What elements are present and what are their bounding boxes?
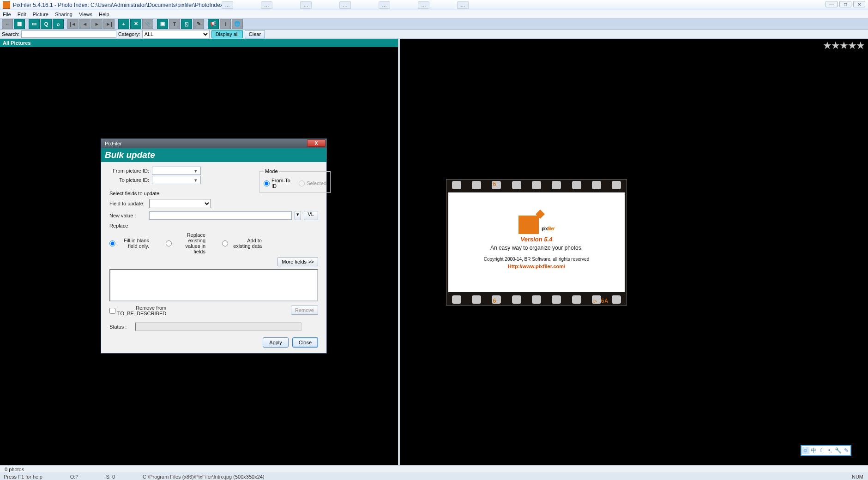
main-content: All Pictures PixFiler X Bulk update From… <box>0 39 868 474</box>
slideshow-icon[interactable]: ▭ <box>29 19 40 29</box>
search-input[interactable] <box>21 30 116 38</box>
status-path: C:\Program Files (x86)\PixFiler\Intro.jp… <box>143 474 264 480</box>
first-icon[interactable]: |◄ <box>67 19 78 29</box>
back-icon[interactable]: ← <box>2 19 13 29</box>
logo-text-pix: pix <box>542 226 548 231</box>
vl-button[interactable]: VL <box>304 211 318 220</box>
ime-lang-icon[interactable]: 中 <box>810 447 817 454</box>
ime-edit-icon[interactable]: ✎ <box>843 447 850 454</box>
status-bar: 0 photos <box>0 465 868 473</box>
field-to-update-label: Field to update: <box>109 201 146 206</box>
menu-picture[interactable]: Picture <box>33 12 48 17</box>
dialog-titlebar[interactable]: PixFiler X <box>101 139 326 148</box>
to-picture-combo[interactable] <box>152 176 201 184</box>
thumbnail-area[interactable]: PixFiler X Bulk update From picture ID: … <box>0 47 398 467</box>
remove-button[interactable]: Remove <box>291 306 318 315</box>
browser-tab[interactable]: … <box>261 1 272 9</box>
search-icon[interactable]: Q <box>41 19 52 29</box>
new-value-input[interactable] <box>149 211 292 220</box>
category-select[interactable]: ALL <box>142 30 210 38</box>
replace-existing-input[interactable] <box>166 240 172 246</box>
status-s: S: 0 <box>106 474 115 480</box>
maximize-button[interactable]: □ <box>839 1 851 7</box>
mode-from-to-input[interactable] <box>264 180 270 186</box>
clear-filter-button[interactable]: Clear <box>245 30 265 38</box>
chevron-down-icon[interactable]: ▾ <box>194 168 197 174</box>
globe-icon[interactable]: 🌐 <box>232 19 243 29</box>
announce-icon[interactable]: 📢 <box>208 19 219 29</box>
minimize-button[interactable]: — <box>826 1 838 7</box>
properties-icon[interactable]: ▣ <box>157 19 168 29</box>
ime-settings-icon[interactable]: 🔧 <box>834 447 842 454</box>
replace-existing-label: Replace existing values in fields <box>174 232 205 254</box>
chevron-down-icon[interactable]: ▾ <box>194 177 197 183</box>
replace-blank-input[interactable] <box>109 240 115 246</box>
replace-add-input[interactable] <box>222 240 228 246</box>
edit-icon[interactable]: ✎ <box>193 19 204 29</box>
mode-legend: Mode <box>264 168 279 174</box>
fields-textarea[interactable] <box>109 269 318 301</box>
remove-described-checkbox[interactable]: Remove from TO_BE_DESCRIBED <box>109 305 149 316</box>
new-value-label: New value : <box>109 213 146 218</box>
preview-pane: ★★★★★ 6 6 ▷ 6A pixfiler Version 5.4 <box>400 39 868 474</box>
browser-tab[interactable]: … <box>300 1 312 9</box>
splash-version: Version 5.4 <box>521 236 553 243</box>
attach-icon[interactable]: 📎 <box>142 19 153 29</box>
film-mark-bottom: 6 <box>493 297 496 304</box>
ime-tray[interactable]: ☺ 中 ☾ •, 🔧 ✎ <box>801 445 851 456</box>
dialog-close-button[interactable]: X <box>307 139 326 147</box>
add-icon[interactable]: + <box>118 19 129 29</box>
close-button[interactable]: Close <box>292 337 318 348</box>
new-value-dropdown-button[interactable]: ▾ <box>295 211 301 220</box>
prev-icon[interactable]: ◄ <box>79 19 90 29</box>
logo-text-filer: filer <box>548 226 555 231</box>
ime-moon-icon[interactable]: ☾ <box>818 447 826 454</box>
browser-tab[interactable]: … <box>379 1 390 9</box>
browser-tab[interactable]: … <box>339 1 351 9</box>
film-mark-top: 6 <box>493 180 496 187</box>
browser-tab[interactable]: … <box>418 1 429 9</box>
info-icon[interactable]: i <box>220 19 231 29</box>
category-label: Category: <box>118 31 140 37</box>
replace-add-label: Add to existing data <box>230 238 262 249</box>
from-picture-combo[interactable] <box>152 167 201 175</box>
preview-image: 6 6 ▷ 6A pixfiler Version 5.4 An easy wa… <box>446 179 627 306</box>
menu-file[interactable]: File <box>3 12 11 17</box>
textbox-icon[interactable]: ⍂ <box>181 19 192 29</box>
thumbnails-icon[interactable]: ▦ <box>14 19 25 29</box>
film-mark-br: ▷ 6A <box>594 297 608 304</box>
ime-face-icon[interactable]: ☺ <box>802 447 809 454</box>
binoculars-icon[interactable]: ⌕ <box>53 19 64 29</box>
text-a-icon[interactable]: T <box>169 19 180 29</box>
replace-blank-label: Fill in blank field only. <box>117 238 149 249</box>
last-icon[interactable]: ►| <box>103 19 115 29</box>
more-fields-button[interactable]: More fields >> <box>277 257 318 266</box>
replace-blank-radio[interactable]: Fill in blank field only. <box>109 238 149 249</box>
rating-stars[interactable]: ★★★★★ <box>823 40 864 52</box>
close-window-button[interactable]: ✕ <box>853 1 865 7</box>
replace-add-radio[interactable]: Add to existing data <box>222 238 262 249</box>
menu-bar: FileEditPictureSharingViewsHelp <box>0 10 868 18</box>
remove-described-label: Remove from TO_BE_DESCRIBED <box>117 305 166 316</box>
app-icon <box>3 1 10 9</box>
menu-views[interactable]: Views <box>79 12 92 17</box>
next-icon[interactable]: ► <box>91 19 102 29</box>
status-o: O:? <box>70 474 78 480</box>
display-all-button[interactable]: Display all <box>211 30 243 38</box>
dialog-header: Bulk update <box>101 148 326 162</box>
menu-help[interactable]: Help <box>99 12 109 17</box>
field-to-update-select[interactable] <box>149 199 211 208</box>
splash-copyright: Copyright 2000-14, BR Software, all righ… <box>484 257 589 262</box>
filmstrip-top <box>446 180 627 191</box>
browser-tab[interactable]: … <box>222 1 233 9</box>
delete-icon[interactable]: ✕ <box>130 19 141 29</box>
menu-edit[interactable]: Edit <box>18 12 26 17</box>
thumbnail-pane-header: All Pictures <box>0 39 398 47</box>
mode-from-to-radio[interactable]: From-To ID <box>264 178 291 189</box>
browser-tab[interactable]: … <box>457 1 469 9</box>
ime-punct-icon[interactable]: •, <box>826 447 834 454</box>
remove-described-input[interactable] <box>109 308 115 314</box>
apply-button[interactable]: Apply <box>263 337 289 348</box>
replace-existing-radio[interactable]: Replace existing values in fields <box>166 232 205 254</box>
menu-sharing[interactable]: Sharing <box>55 12 72 17</box>
